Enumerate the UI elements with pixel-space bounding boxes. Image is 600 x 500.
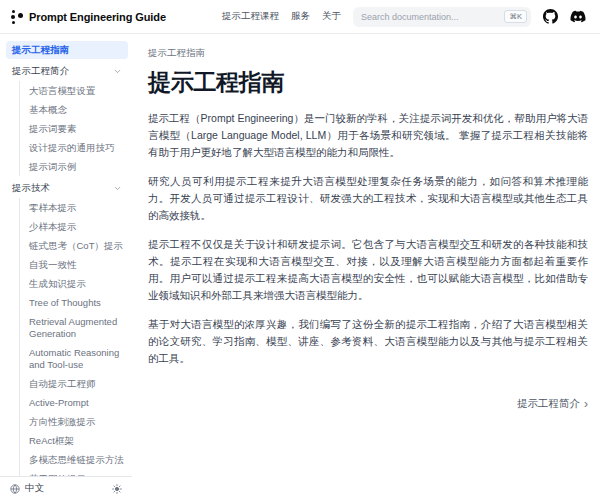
sidebar-section-intro[interactable]: 提示工程简介 [6, 62, 128, 80]
chevron-right-icon: › [584, 398, 588, 410]
page-title: 提示工程指南 [148, 67, 588, 98]
pagination: 提示工程简介 › [148, 397, 588, 411]
sidebar-item[interactable]: ReAct框架 [20, 431, 128, 450]
sidebar-item[interactable]: Retrieval Augmented Generation [20, 312, 128, 343]
next-page-link[interactable]: 提示工程简介 › [517, 397, 588, 411]
logo-icon [10, 9, 23, 25]
brand[interactable]: Prompt Engineering Guide [10, 9, 166, 25]
search-box[interactable]: ⌘K [353, 7, 531, 27]
language-switcher[interactable]: 中文 [10, 482, 44, 495]
sidebar-item[interactable]: 设计提示的通用技巧 [20, 138, 128, 157]
github-icon[interactable] [543, 9, 558, 24]
search-shortcut-kbd: ⌘K [504, 10, 527, 23]
sidebar-nav: 提示工程指南 提示工程简介 大语言模型设置基本概念提示词要素设计提示的通用技巧提… [0, 34, 132, 476]
sidebar-item[interactable]: 基于图的提示 [20, 469, 128, 476]
nav-link[interactable]: 关于 [322, 10, 341, 23]
globe-icon [10, 484, 20, 494]
sun-icon [112, 484, 122, 494]
header: Prompt Engineering Guide 提示工程课程服务关于 ⌘K [0, 0, 600, 34]
chevron-down-icon [113, 184, 122, 193]
sidebar-sublist-techniques: 零样本提示少样本提示链式思考（CoT）提示自我一致性生成知识提示Tree of … [19, 198, 128, 476]
chevron-down-icon [113, 67, 122, 76]
search-input[interactable] [361, 12, 500, 22]
top-nav: 提示工程课程服务关于 [222, 10, 341, 23]
sidebar-item[interactable]: 自动提示工程师 [20, 374, 128, 393]
main-content: 提示工程指南 提示工程指南 提示工程（Prompt Engineering）是一… [132, 34, 600, 500]
sidebar-item[interactable]: 大语言模型设置 [20, 81, 128, 100]
nav-link[interactable]: 服务 [291, 10, 310, 23]
sidebar-sublist-intro: 大语言模型设置基本概念提示词要素设计提示的通用技巧提示词示例 [19, 81, 128, 176]
sidebar-item[interactable]: 提示词示例 [20, 157, 128, 176]
paragraph: 提示工程（Prompt Engineering）是一门较新的学科，关注提示词开发… [148, 110, 588, 161]
sidebar-item[interactable]: 基本概念 [20, 100, 128, 119]
paragraph: 基于对大语言模型的浓厚兴趣，我们编写了这份全新的提示工程指南，介绍了大语言模型相… [148, 316, 588, 367]
sidebar-item[interactable]: 方向性刺激提示 [20, 412, 128, 431]
theme-toggle[interactable] [112, 484, 122, 494]
paragraph: 研究人员可利用提示工程来提升大语言模型处理复杂任务场景的能力，如问答和算术推理能… [148, 173, 588, 224]
language-label: 中文 [25, 482, 44, 495]
sidebar-item[interactable]: 生成知识提示 [20, 274, 128, 293]
sidebar-item[interactable]: Tree of Thoughts [20, 293, 128, 312]
sidebar-item[interactable]: Active-Prompt [20, 393, 128, 412]
breadcrumb: 提示工程指南 [148, 47, 588, 60]
brand-name: Prompt Engineering Guide [29, 11, 166, 23]
sidebar-item[interactable]: Automatic Reasoning and Tool-use [20, 343, 128, 374]
sidebar-item[interactable]: 提示词要素 [20, 119, 128, 138]
sidebar-section-techniques[interactable]: 提示技术 [6, 179, 128, 197]
nav-link[interactable]: 提示工程课程 [222, 10, 279, 23]
sidebar-item-guide[interactable]: 提示工程指南 [6, 41, 128, 59]
sidebar-item[interactable]: 少样本提示 [20, 217, 128, 236]
sidebar-footer: 中文 [0, 476, 132, 500]
sidebar-item[interactable]: 零样本提示 [20, 198, 128, 217]
discord-icon[interactable] [570, 9, 586, 24]
sidebar-item[interactable]: 链式思考（CoT）提示 [20, 236, 128, 255]
document-body: 提示工程（Prompt Engineering）是一门较新的学科，关注提示词开发… [148, 110, 588, 367]
sidebar: 提示工程指南 提示工程简介 大语言模型设置基本概念提示词要素设计提示的通用技巧提… [0, 34, 132, 500]
sidebar-item[interactable]: 多模态思维链提示方法 [20, 450, 128, 469]
sidebar-item[interactable]: 自我一致性 [20, 255, 128, 274]
paragraph: 提示工程不仅仅是关于设计和研发提示词。它包含了与大语言模型交互和研发的各种技能和… [148, 236, 588, 304]
